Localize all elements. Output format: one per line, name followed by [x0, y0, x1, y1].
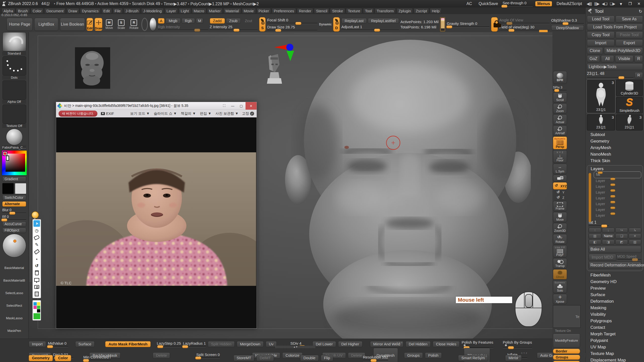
shelf-polyf-button[interactable]: Line Fill PolyF [553, 245, 567, 257]
viewer-titlebar[interactable]: 비만 > main-qimg-93c3c8ffe6d5fa389f679ef1b… [56, 102, 257, 110]
layer-invert-button[interactable]: ◩ [615, 240, 628, 245]
section-visibility-section[interactable]: Visibility [587, 311, 643, 318]
bottom-surface-control[interactable]: Surface [75, 341, 95, 347]
shelf-aahalf-button[interactable]: AAHalf [553, 125, 567, 136]
shelf-move-button[interactable]: Move [553, 212, 567, 222]
bottom-lazyradius-1-control[interactable]: LazyRadius 1 [183, 341, 206, 347]
palette-pen-tool[interactable] [33, 241, 40, 248]
minimize-button[interactable]: ▼ [618, 2, 624, 6]
replay-icon[interactable]: ⊕ D [333, 17, 340, 32]
menu-macro-button[interactable]: Macro [192, 8, 206, 14]
active-tool-slider[interactable]: 23강1. 48 [587, 71, 633, 78]
gradient-button[interactable]: Gradient [2, 176, 26, 182]
section-contact-section[interactable]: Contact [587, 324, 643, 331]
gravity-strength-slider[interactable]: Gravity Strength 0 [447, 21, 490, 27]
bottom-resolution-552-control[interactable]: Resolution 552 [363, 355, 388, 361]
menu-picker-button[interactable]: Picker [257, 8, 271, 14]
bake-all-button[interactable]: Bake All [589, 246, 641, 253]
layer-page-button[interactable]: ▤ [589, 234, 601, 239]
layer-name-button[interactable]: Name [602, 234, 615, 239]
spix-slider[interactable]: SPix 3 [553, 85, 567, 91]
record-deformation-button[interactable]: Record Deformation Animation [589, 262, 641, 269]
border-button[interactable]: Border [553, 349, 580, 354]
menu-zscript-button[interactable]: Zscript [414, 8, 429, 14]
layer-merge-button[interactable]: ◧ [589, 240, 601, 245]
material-maskpen-item[interactable]: MaskPen [2, 321, 26, 333]
layers-scrollbar[interactable] [589, 173, 591, 222]
gradient-label-row[interactable]: Gradient [2, 176, 26, 182]
sculpt-head-model[interactable] [284, 35, 531, 339]
section-masking-section[interactable]: Masking [587, 305, 643, 311]
zsub-button[interactable]: Zsub [226, 18, 241, 24]
layers-title[interactable]: Layers [589, 166, 641, 171]
viewer-menu-슬라이드-쇼-menu[interactable]: 슬라이드 쇼 ▼ [154, 111, 177, 116]
menu-stroke-button[interactable]: Stroke [330, 8, 345, 14]
menu-texture-button[interactable]: Texture [346, 8, 362, 14]
shelf-solo-button[interactable]: Dynamic Solo [553, 280, 567, 293]
section-morph-target-section[interactable]: Morph Target [587, 331, 643, 337]
live-boolean-button[interactable]: Live Boolean [60, 18, 85, 31]
layer-duplicate-button[interactable]: ❏ [615, 234, 628, 239]
cylinder3d-thumbnail[interactable]: Cylinder3D [616, 80, 643, 96]
switch-color-button[interactable]: SwitchColor [2, 195, 26, 200]
pencil-icon[interactable] [440, 17, 445, 32]
viewer-menu-사진-보관함-menu[interactable]: 사진 보관함 ▼ [215, 111, 238, 116]
deep-shadow-button[interactable]: DeepShadow [551, 25, 584, 31]
main-color-swatch[interactable] [2, 183, 14, 194]
material-basicmaterial-item[interactable]: BasicMaterial [2, 258, 26, 270]
layer-branch-button[interactable]: ↳ [629, 228, 641, 233]
z-intensity-slider[interactable]: Z Intensity 25 [210, 25, 258, 31]
bottom-flip-control[interactable]: Flip [321, 355, 333, 361]
secondary-color-swatch[interactable] [15, 183, 26, 194]
material-selectlasso-item[interactable]: SelectLasso [2, 283, 26, 295]
tool-thumbnail-3[interactable]: 3 23강1 [587, 114, 615, 130]
replay-last-button[interactable]: ReplayLast [341, 18, 367, 24]
divider-right-icon[interactable]: ||||▶ [594, 2, 599, 6]
section-preview-section[interactable]: Preview [587, 285, 643, 292]
import-mdd-button[interactable]: Import MDD [589, 254, 616, 261]
section-subtool-section[interactable]: Subtool [587, 131, 643, 138]
shelf-xpose-button[interactable]: Xpose [553, 294, 567, 304]
palette-undo-tool[interactable] [33, 262, 40, 269]
layer-delete-button[interactable]: ✕ [629, 234, 641, 239]
focal-shift-slider[interactable]: Focal Shift 0 [267, 18, 317, 24]
section-geometry-hd-section[interactable]: Geometry HD [587, 279, 643, 285]
bottom-midvalue-0-control[interactable]: MidValue 0 [48, 341, 68, 347]
bottom-polish-by-features-control[interactable]: Polish By Features [462, 340, 493, 348]
default-zscript-button[interactable]: DefaultZScript [554, 1, 584, 6]
rgb-intensity-slider[interactable]: Rgb Intensity [158, 25, 208, 31]
draw-size-icon[interactable]: ⊕ S [259, 17, 266, 32]
orientation-gizmo[interactable] [265, 41, 298, 89]
alternate-button[interactable]: Alternate [2, 201, 26, 207]
menu-stencil-button[interactable]: Stencil [314, 8, 329, 14]
zadd-button[interactable]: Zadd [210, 18, 225, 24]
palette-eraser-tool[interactable] [33, 248, 40, 255]
section-fibermesh-section[interactable]: FiberMesh [587, 272, 643, 279]
layer-row-layer[interactable]: Layer [594, 190, 641, 196]
layer-row-layer[interactable]: Layer [594, 196, 641, 201]
angle-of-view-slider[interactable]: Angle Of View [499, 18, 550, 24]
bottom-uv-control[interactable]: Uv [266, 341, 277, 347]
layer-intensity-slider[interactable]: fat 1 [589, 220, 609, 227]
draw-size-slider[interactable]: Draw Size 28.75 [267, 25, 317, 31]
divider-left-icon[interactable]: ◀|||| [587, 2, 592, 6]
section-displacement-map-section[interactable]: Displacement Map [587, 357, 643, 362]
shelf-transp-button[interactable]: Transp [553, 258, 567, 268]
make-polymesh3d-button[interactable]: Make PolyMesh3D [604, 47, 643, 54]
menu-material-button[interactable]: Material [223, 8, 241, 14]
layer-row-layer[interactable]: Layer [594, 213, 641, 219]
alpha-channel-button[interactable]: A [158, 18, 165, 24]
menu-light-button[interactable]: Light [179, 8, 191, 14]
bottom-min-connected-l-control[interactable]: Min Connected l [83, 355, 110, 361]
bottom-storemt-control[interactable]: StoreMT [233, 355, 255, 361]
bottom-mergedown-control[interactable]: MergeDown [237, 341, 264, 347]
viewer-close-button[interactable]: ✕ [246, 102, 257, 110]
shelf-scroll-hint[interactable] [29, 217, 31, 282]
color-picker-area[interactable] [2, 150, 27, 175]
palette-easel-tool[interactable] [33, 277, 40, 283]
viewer-fullscreen-button[interactable]: ⛶ [220, 102, 228, 110]
current-material-icon[interactable] [149, 18, 156, 31]
brush-selector[interactable]: Standard [2, 32, 26, 56]
layer-selected[interactable]: fat [594, 171, 641, 178]
shelf-frame-button[interactable]: Frame [553, 201, 567, 211]
